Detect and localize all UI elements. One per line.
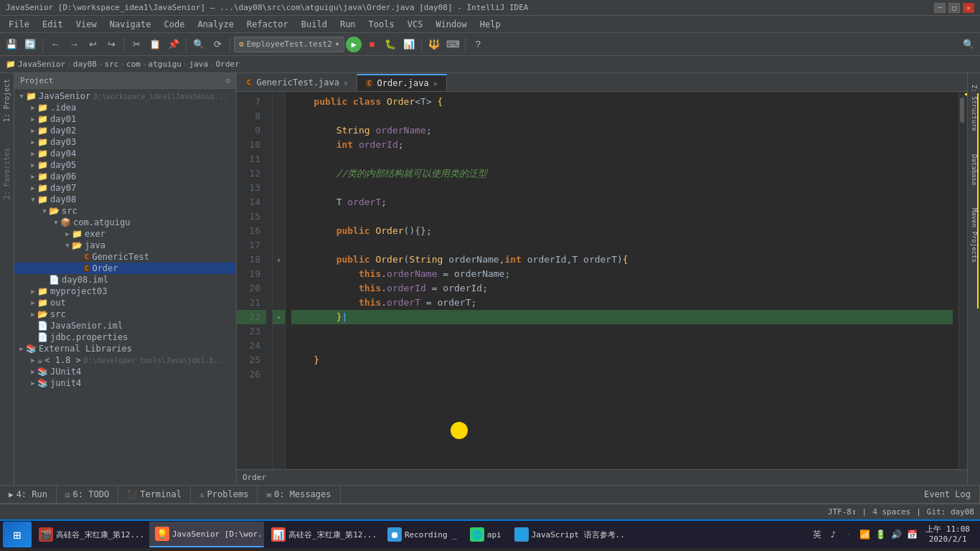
toolbar-redo-btn[interactable]: ↪ — [103, 36, 120, 53]
minimize-button[interactable]: ─ — [934, 3, 946, 13]
code-editor[interactable]: 7 8 9 10 11 12 13 14 15 16 17 18 19 20 2… — [237, 92, 967, 469]
toolbar-paste-btn[interactable]: 📌 — [165, 36, 182, 53]
tree-item-jdk[interactable]: ☕ < 1.8 > D:\developer_tools\Java\jdk1.8… — [14, 354, 236, 366]
status-indent[interactable]: 4 spaces — [872, 507, 910, 517]
tray-time[interactable]: 上午 11:08 2020/2/1 — [921, 523, 974, 547]
menu-analyze[interactable]: Analyze — [192, 18, 240, 31]
tree-item-day02[interactable]: 📁 day02 — [14, 125, 236, 136]
toolbar-find-btn[interactable]: 🔍 — [190, 36, 207, 53]
tree-item-out[interactable]: 📁 out — [14, 297, 236, 309]
fold-line22-icon[interactable]: ▾ — [276, 314, 281, 321]
menu-run[interactable]: Run — [334, 18, 362, 31]
order-tab-close[interactable]: ✕ — [433, 80, 438, 88]
tray-music-icon[interactable]: ♪ — [826, 528, 839, 541]
project-gear-icon[interactable]: ⚙ — [225, 76, 230, 85]
run-config-dropdown[interactable]: ⚙ EmployeeTest.test2 ▾ — [234, 37, 344, 52]
vertical-scrollbar[interactable] — [958, 92, 967, 469]
taskbar-app-recording[interactable]: ⏺ Recording _ — [382, 522, 463, 547]
toolbar-sync-btn[interactable]: 🔄 — [22, 36, 39, 53]
toolbar-git-btn[interactable]: 🔱 — [425, 36, 443, 53]
tab-messages[interactable]: ✉ 0: Messages — [258, 485, 340, 504]
toolbar-forward-btn[interactable]: → — [65, 36, 83, 53]
sidebar-tab-favorites[interactable]: 2: Favorites — [1, 142, 12, 205]
tray-network-icon[interactable]: 📶 — [858, 528, 871, 541]
menu-file[interactable]: File — [3, 18, 35, 31]
tree-item-day08[interactable]: 📁 day08 — [14, 194, 236, 205]
breadcrumb-com[interactable]: com — [126, 60, 141, 69]
tree-item-day05[interactable]: 📁 day05 — [14, 159, 236, 171]
menu-window[interactable]: Window — [430, 18, 472, 31]
toolbar-search-btn[interactable]: 🔍 — [960, 36, 977, 53]
tree-item-external-libs[interactable]: 📚 External Libraries — [14, 343, 236, 354]
tree-item-root-src[interactable]: 📂 src — [14, 309, 236, 320]
menu-build[interactable]: Build — [296, 18, 333, 31]
taskbar-app-slideshow1[interactable]: 🎬 高硅谷_宋红康_第12... — [33, 522, 148, 547]
taskbar-app-intellij[interactable]: 💡 JavaSenior [D:\wor... — [149, 522, 264, 547]
start-button[interactable]: ⊞ — [3, 522, 32, 547]
menu-tools[interactable]: Tools — [363, 18, 400, 31]
tree-item-day08-iml[interactable]: 📄 day08.iml — [14, 274, 236, 286]
close-button[interactable]: ✕ — [963, 3, 974, 13]
sidebar-tab-project[interactable]: 1: Project — [1, 73, 12, 128]
tab-generictest[interactable]: C GenericTest.java ✕ — [237, 74, 357, 91]
menu-navigate[interactable]: Navigate — [104, 18, 157, 31]
maximize-button[interactable]: □ — [948, 3, 960, 13]
toolbar-back-btn[interactable]: ← — [47, 36, 64, 53]
breadcrumb-javasenior[interactable]: 📁 JavaSenior — [6, 60, 65, 69]
tab-terminal[interactable]: ⬛ Terminal — [118, 485, 191, 504]
tray-notifications-icon[interactable]: 📅 — [905, 528, 918, 541]
tree-item-junit4[interactable]: 📚 JUnit4 — [14, 366, 236, 377]
toolbar-help-btn[interactable]: ? — [469, 36, 486, 53]
tab-run[interactable]: ▶ 4: Run — [0, 485, 57, 504]
tree-item-day01[interactable]: 📁 day01 — [14, 113, 236, 125]
toolbar-copy-btn[interactable]: 📋 — [146, 36, 164, 53]
tab-order[interactable]: C Order.java ✕ — [357, 74, 447, 91]
menu-view[interactable]: View — [70, 18, 103, 31]
tree-item-javasenior-iml[interactable]: 📄 JavaSenior.iml — [14, 320, 236, 331]
menu-edit[interactable]: Edit — [37, 18, 69, 31]
toolbar-debug-btn[interactable]: 🐛 — [382, 36, 399, 53]
tree-item-myproject03[interactable]: 📁 myproject03 — [14, 286, 236, 297]
tree-item-jdbc-properties[interactable]: 📄 jdbc.properties — [14, 331, 236, 343]
tree-item-junit4-lower[interactable]: 📚 junit4 — [14, 377, 236, 389]
menu-vcs[interactable]: VCS — [402, 18, 429, 31]
menu-refactor[interactable]: Refactor — [241, 18, 294, 31]
taskbar-app-api[interactable]: 🌐 api — [464, 522, 507, 547]
tree-item-generictest[interactable]: C GenericTest — [14, 251, 236, 263]
tree-item-day06[interactable]: 📁 day06 — [14, 171, 236, 182]
tray-volume-icon[interactable]: 🔊 — [890, 528, 903, 541]
breadcrumb-src[interactable]: src — [105, 60, 119, 69]
tree-item-day07[interactable]: 📁 day07 — [14, 182, 236, 194]
status-encoding[interactable]: JTF-8↕ — [828, 507, 857, 517]
tray-ime-icon[interactable]: 英 — [811, 528, 824, 541]
status-git[interactable]: Git: day08 — [927, 507, 974, 517]
toolbar-coverage-btn[interactable]: 📊 — [400, 36, 418, 53]
tree-item-day03[interactable]: 📁 day03 — [14, 136, 236, 148]
menu-code[interactable]: Code — [159, 18, 191, 31]
tree-item-javasenior[interactable]: 📁 JavaSenior D:\workspace_idea1\JavaSeni… — [14, 90, 236, 102]
tree-item-exer[interactable]: 📁 exer — [14, 228, 236, 240]
toolbar-save-btn[interactable]: 💾 — [3, 36, 20, 53]
tray-dot-icon[interactable]: · — [842, 528, 855, 541]
breadcrumb-day08[interactable]: day08 — [73, 60, 97, 69]
tree-item-src[interactable]: 📂 src — [14, 205, 236, 217]
toolbar-cut-btn[interactable]: ✂ — [128, 36, 145, 53]
tab-todo[interactable]: ☑ 6: TODO — [57, 485, 118, 504]
tree-item-day04[interactable]: 📁 day04 — [14, 148, 236, 159]
tree-item-com-atguigu[interactable]: 📦 com.atguigu — [14, 217, 236, 228]
toolbar-terminal-btn[interactable]: ⌨ — [444, 36, 461, 53]
tree-item-order[interactable]: C Order — [14, 263, 236, 274]
tree-item-java-folder[interactable]: 📂 java — [14, 240, 236, 251]
toolbar-undo-btn[interactable]: ↩ — [84, 36, 101, 53]
code-content[interactable]: public class Order<T> { String orderName… — [286, 92, 958, 469]
fold-line18-icon[interactable]: ▾ — [276, 256, 281, 264]
breadcrumb-order[interactable]: Order — [216, 60, 240, 69]
toolbar-stop-btn[interactable]: ■ — [363, 36, 380, 53]
taskbar-app-slideshow2[interactable]: 📊 高硅谷_宋红康_第12... — [265, 522, 380, 547]
taskbar-app-javascript[interactable]: 🌐 JavaScript 语言参考... — [509, 522, 623, 547]
toolbar-replace-btn[interactable]: ⟳ — [209, 36, 226, 53]
generictest-tab-close[interactable]: ✕ — [344, 79, 348, 87]
tab-eventlog[interactable]: Event Log — [915, 485, 980, 504]
breadcrumb-java[interactable]: java — [189, 60, 209, 69]
breadcrumb-atguigu[interactable]: atguigu — [149, 60, 182, 69]
